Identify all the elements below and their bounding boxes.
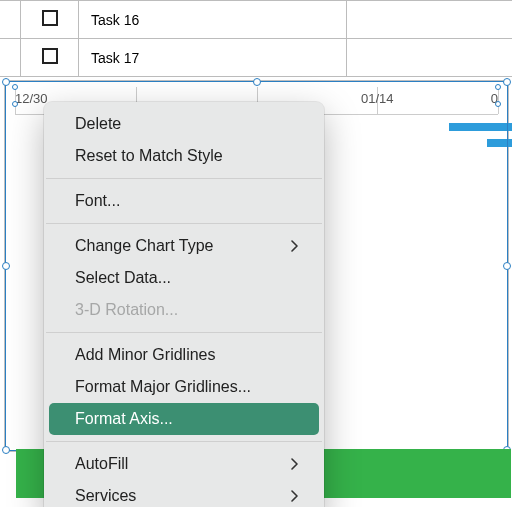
chevron-right-icon — [290, 490, 299, 502]
chevron-right-icon — [290, 458, 299, 470]
checkbox-cell[interactable] — [21, 39, 79, 77]
menu-change-chart-type[interactable]: Change Chart Type — [49, 230, 319, 262]
menu-add-minor-gridlines[interactable]: Add Minor Gridlines — [49, 339, 319, 371]
task-rest-cell[interactable] — [347, 1, 513, 39]
menu-delete[interactable]: Delete — [49, 108, 319, 140]
menu-autofill[interactable]: AutoFill — [49, 448, 319, 480]
gantt-bar[interactable] — [449, 123, 512, 131]
menu-reset-to-match-style[interactable]: Reset to Match Style — [49, 140, 319, 172]
menu-separator — [46, 178, 322, 179]
task-table: Task 16 Task 17 — [0, 0, 512, 77]
context-menu: Delete Reset to Match Style Font... Chan… — [44, 102, 324, 507]
menu-font[interactable]: Font... — [49, 185, 319, 217]
checkbox-cell[interactable] — [21, 1, 79, 39]
row-number-cell — [0, 1, 21, 39]
menu-format-major-gridlines[interactable]: Format Major Gridlines... — [49, 371, 319, 403]
table-row: Task 17 — [0, 39, 512, 77]
menu-services[interactable]: Services — [49, 480, 319, 507]
menu-separator — [46, 441, 322, 442]
row-number-cell — [0, 39, 21, 77]
task-name-cell[interactable]: Task 17 — [79, 39, 347, 77]
gantt-bar[interactable] — [487, 139, 512, 147]
checkbox-icon[interactable] — [42, 10, 58, 26]
checkbox-icon[interactable] — [42, 48, 58, 64]
task-rest-cell[interactable] — [347, 39, 513, 77]
menu-3d-rotation: 3-D Rotation... — [49, 294, 319, 326]
menu-separator — [46, 223, 322, 224]
menu-format-axis[interactable]: Format Axis... — [49, 403, 319, 435]
menu-separator — [46, 332, 322, 333]
table-row: Task 16 — [0, 1, 512, 39]
menu-select-data[interactable]: Select Data... — [49, 262, 319, 294]
task-name-cell[interactable]: Task 16 — [79, 1, 347, 39]
chevron-right-icon — [290, 240, 299, 252]
